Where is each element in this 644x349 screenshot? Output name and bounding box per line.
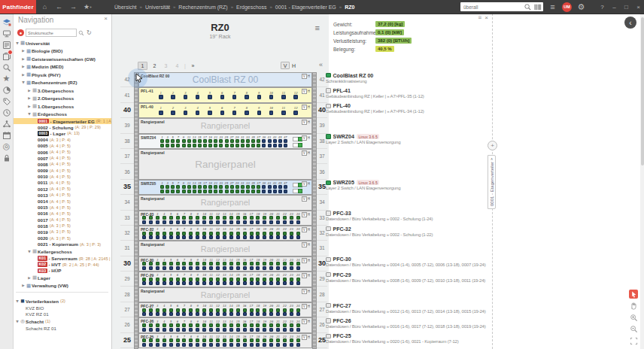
tree-item[interactable]: KVZ BIO	[13, 305, 111, 311]
global-search-input[interactable]	[462, 4, 522, 11]
port-icon[interactable]	[196, 338, 199, 342]
rack-unit-pfc-25[interactable]: PFC-25VH12345678910111213141516171819202…	[138, 333, 312, 348]
navigation-close-icon[interactable]: ×	[104, 15, 108, 22]
port-icon[interactable]	[251, 190, 255, 193]
port-icon[interactable]	[202, 308, 206, 312]
port-icon[interactable]	[182, 262, 186, 266]
port-icon[interactable]	[256, 262, 260, 266]
pie-chart-icon[interactable]	[2, 85, 11, 95]
port-icon[interactable]	[256, 216, 260, 220]
port-icon[interactable]	[250, 308, 254, 312]
unit-v-button[interactable]: V	[302, 273, 307, 278]
port-icon[interactable]	[182, 312, 186, 316]
port-icon[interactable]	[241, 185, 245, 189]
port-icon[interactable]	[223, 323, 226, 327]
port-icon[interactable]	[243, 235, 247, 239]
port-icon[interactable]	[216, 323, 220, 327]
tree-item[interactable]: K03- HÜP	[13, 268, 111, 274]
port-icon[interactable]	[142, 338, 146, 342]
port-icon[interactable]	[182, 308, 186, 312]
structure-filter-icon[interactable]: ●	[17, 29, 24, 36]
port-icon[interactable]	[290, 343, 293, 347]
port-icon[interactable]	[196, 328, 199, 332]
port-icon[interactable]	[149, 232, 153, 235]
port-icon[interactable]	[163, 232, 166, 235]
port-icon[interactable]	[230, 190, 234, 193]
port-icon[interactable]	[169, 338, 173, 342]
fit-view-tool[interactable]	[629, 336, 638, 345]
port-icon[interactable]	[278, 139, 282, 143]
port-icon[interactable]	[296, 235, 300, 239]
port-icon[interactable]	[196, 95, 200, 99]
port-icon[interactable]	[269, 343, 273, 347]
port-icon[interactable]	[269, 328, 273, 332]
port-icon[interactable]	[182, 266, 186, 270]
help-button[interactable]: ?	[599, 4, 606, 11]
port-icon[interactable]	[257, 144, 260, 147]
port-icon[interactable]	[243, 281, 247, 285]
port-icon[interactable]	[187, 190, 191, 193]
port-icon[interactable]	[235, 190, 239, 193]
port-icon[interactable]	[269, 338, 273, 342]
port-icon[interactable]	[236, 216, 240, 220]
port-icon[interactable]	[281, 111, 286, 115]
port-icon[interactable]	[176, 232, 180, 235]
port-icon[interactable]	[196, 323, 199, 327]
port-icon[interactable]	[229, 216, 233, 220]
port-icon[interactable]	[171, 139, 175, 143]
port-icon[interactable]	[209, 312, 213, 316]
form-icon[interactable]	[2, 40, 11, 50]
tree-item[interactable]: 0008(A: 4 | P: 5)	[13, 161, 111, 167]
port-icon[interactable]	[142, 312, 146, 316]
tree-item[interactable]: ▼◎Schacht(1)	[13, 317, 111, 326]
port-icon[interactable]	[278, 190, 282, 193]
port-icon[interactable]	[245, 111, 249, 115]
unit-view-toggle[interactable]: VH	[302, 258, 310, 263]
unit-h-button[interactable]: H	[308, 74, 310, 78]
port-icon[interactable]	[196, 262, 199, 266]
port-icon[interactable]	[216, 235, 220, 239]
tree-item[interactable]: ▶▦Lager	[13, 274, 111, 282]
port-icon[interactable]	[149, 216, 153, 220]
port-icon[interactable]	[246, 185, 250, 189]
rack-unit-rangierpanel[interactable]: RangierpanelVHRangierpanel	[138, 118, 312, 133]
port-icon[interactable]	[193, 144, 196, 147]
port-icon[interactable]	[263, 220, 266, 224]
port-icon[interactable]	[290, 338, 293, 342]
unit-v-button[interactable]: V	[302, 120, 307, 125]
unit-v-button[interactable]: V	[302, 242, 307, 247]
unit-h-button[interactable]: H	[308, 120, 310, 124]
vertical-view-button[interactable]: V	[281, 62, 290, 69]
port-icon[interactable]	[257, 95, 262, 99]
port-icon[interactable]	[223, 216, 226, 220]
port-icon[interactable]	[290, 235, 293, 239]
port-icon[interactable]	[176, 185, 180, 189]
port-icon[interactable]	[216, 278, 220, 281]
port-icon[interactable]	[296, 266, 300, 270]
rack-unit-pfc-26[interactable]: PFC-26VH12345678910111213141516171819202…	[138, 317, 312, 332]
port-icon[interactable]	[256, 343, 260, 347]
tag-icon[interactable]	[2, 96, 11, 106]
tree-item[interactable]: 0020(A: 3 | P: 5)	[13, 235, 111, 241]
port-icon[interactable]	[241, 190, 245, 193]
port-icon[interactable]	[160, 139, 164, 143]
port-icon[interactable]	[268, 139, 272, 143]
details-menu-icon[interactable]: ≡	[478, 14, 482, 21]
rack-unit-pfl-41[interactable]: PFL-41VH123456789101112	[138, 87, 312, 102]
port-icon[interactable]	[263, 308, 266, 312]
rack-unit-pfc-33[interactable]: PFC-33VH12345678910111213141516171819202…	[138, 211, 312, 226]
tree-item[interactable]: ▼▦Kellergeschoss	[13, 247, 111, 256]
clock-icon[interactable]	[2, 108, 11, 117]
port-icon[interactable]	[189, 323, 193, 327]
maximize-button[interactable]: □	[623, 4, 630, 11]
port-icon[interactable]	[216, 328, 220, 332]
hand-tool[interactable]	[629, 302, 638, 311]
port-icon[interactable]	[269, 232, 273, 235]
port-icon[interactable]	[256, 235, 260, 239]
port-icon[interactable]	[156, 216, 159, 220]
port-icon[interactable]	[243, 343, 247, 347]
port-icon[interactable]	[163, 312, 166, 316]
tree-item[interactable]: ▶▦Verwaltung (VW)	[13, 282, 111, 290]
port-icon[interactable]	[296, 220, 300, 224]
port-icon[interactable]	[176, 278, 180, 281]
